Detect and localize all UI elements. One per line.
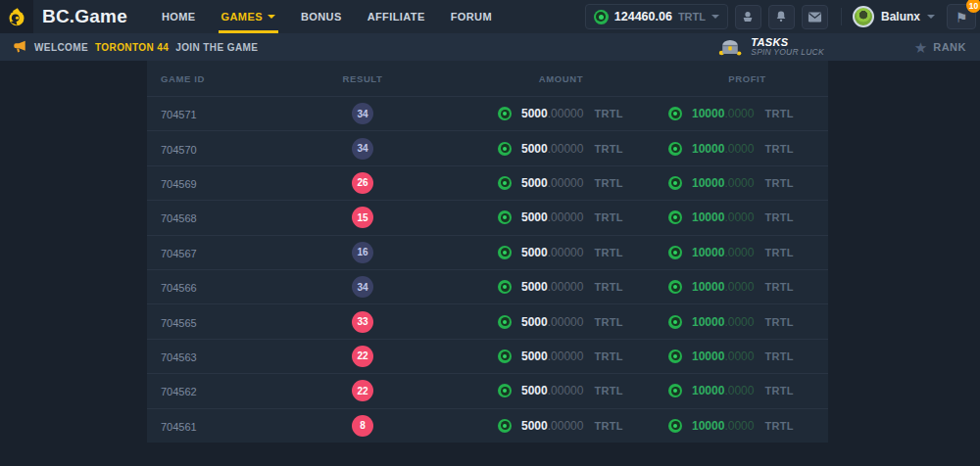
balance-currency: TRTL (678, 11, 706, 23)
table-row[interactable]: 704569 26 5000.00000 TRTL 10000.0000 TRT… (147, 165, 828, 200)
profit-currency: TRTL (764, 316, 793, 328)
profit-value: 10000.0000 (692, 280, 754, 294)
amount-cell: 5000.00000 TRTL (456, 176, 666, 190)
profit-value: 10000.0000 (692, 246, 754, 259)
tasks-button[interactable]: TASKS SPIN YOUR LUCK (717, 36, 823, 58)
nav-item-label: HOME (162, 11, 196, 23)
profit-cell: 10000.0000 TRTL (666, 246, 828, 259)
profit-cell: 10000.0000 TRTL (666, 350, 828, 363)
result-cell: 34 (270, 276, 456, 298)
announcement-right: TASKS SPIN YOUR LUCK ★ RANK (717, 36, 968, 58)
trtl-coin-icon (668, 176, 682, 190)
flag-icon: ⚑ (956, 10, 968, 25)
game-id: 704567 (147, 248, 197, 259)
result-badge: 22 (352, 380, 373, 401)
trtl-coin-icon (668, 246, 682, 259)
amount-cell: 5000.00000 TRTL (456, 107, 666, 120)
result-badge: 34 (352, 103, 373, 124)
trtl-coin-icon (498, 419, 512, 433)
column-header-result: RESULT (270, 73, 456, 84)
trtl-coin-icon (668, 210, 682, 224)
amount-value: 5000.00000 (521, 419, 583, 433)
table-row[interactable]: 704561 8 5000.00000 TRTL 10000.0000 TRTL (147, 408, 828, 443)
amount-currency: TRTL (594, 177, 622, 189)
bc-game-app: BC.Game HOMEGAMESBONUSAFFILIATEFORUM 124… (0, 0, 980, 466)
mail-icon (808, 11, 822, 23)
profit-value: 10000.0000 (692, 210, 754, 224)
welcome-message[interactable]: WELCOME TORONTON 44 JOIN THE GAME (12, 40, 258, 54)
game-id: 704562 (147, 386, 197, 397)
game-id-cell: 704568 (147, 209, 270, 226)
game-id-cell: 704570 (147, 140, 270, 158)
table-row[interactable]: 704566 34 5000.00000 TRTL 10000.0000 TRT… (147, 269, 828, 303)
table-row[interactable]: 704563 22 5000.00000 TRTL 10000.0000 TRT… (147, 339, 828, 373)
amount-currency: TRTL (594, 247, 622, 258)
table-row[interactable]: 704567 16 5000.00000 TRTL 10000.0000 TRT… (147, 235, 828, 269)
balance-selector[interactable]: 124460.06 TRTL (585, 4, 728, 29)
welcome-label: WELCOME (34, 42, 88, 53)
rank-button[interactable]: ★ RANK (914, 40, 968, 55)
cashier-icon (741, 10, 755, 23)
amount-value: 5000.00000 (521, 315, 583, 329)
amount-currency: TRTL (594, 350, 622, 362)
amount-currency: TRTL (594, 143, 622, 155)
amount-value: 5000.00000 (521, 210, 583, 224)
profit-value: 10000.0000 (692, 107, 754, 120)
nav-item-games[interactable]: GAMES (209, 0, 288, 33)
profit-currency: TRTL (764, 350, 793, 362)
nav-item-home[interactable]: HOME (149, 0, 209, 33)
table-row[interactable]: 704568 15 5000.00000 TRTL 10000.0000 TRT… (147, 200, 828, 234)
game-id-cell: 704567 (147, 244, 270, 261)
table-row[interactable]: 704565 33 5000.00000 TRTL 10000.0000 TRT… (147, 303, 828, 338)
table-header: GAME ID RESULT AMOUNT PROFIT (147, 61, 828, 96)
bets-table: GAME ID RESULT AMOUNT PROFIT 704571 34 5… (147, 61, 828, 443)
profit-value: 10000.0000 (692, 176, 754, 190)
chat-room-button[interactable]: ⚑ 10 (947, 4, 976, 29)
user-menu[interactable]: Balunx (853, 6, 935, 27)
profit-value: 10000.0000 (692, 315, 754, 329)
nav-item-forum[interactable]: FORUM (438, 0, 505, 33)
profit-currency: TRTL (764, 177, 793, 189)
result-cell: 22 (270, 346, 456, 367)
cashier-button[interactable] (735, 5, 761, 29)
profit-cell: 10000.0000 TRTL (666, 176, 828, 190)
result-badge: 34 (352, 276, 373, 298)
nav-item-bonus[interactable]: BONUS (288, 0, 355, 33)
amount-currency: TRTL (594, 108, 622, 119)
amount-cell: 5000.00000 TRTL (456, 384, 666, 397)
table-row[interactable]: 704571 34 5000.00000 TRTL 10000.0000 TRT… (147, 96, 828, 130)
game-id-cell: 704561 (147, 417, 270, 435)
profit-currency: TRTL (764, 420, 793, 432)
brand-logo[interactable]: BC.Game (0, 0, 127, 33)
amount-currency: TRTL (594, 211, 622, 223)
amount-cell: 5000.00000 TRTL (456, 419, 666, 433)
nav-item-label: AFFILIATE (368, 11, 425, 23)
game-id: 704569 (147, 178, 197, 190)
amount-cell: 5000.00000 TRTL (456, 142, 666, 156)
profit-currency: TRTL (764, 211, 793, 223)
trtl-coin-icon (668, 142, 682, 156)
nav-item-affiliate[interactable]: AFFILIATE (355, 0, 438, 33)
trtl-coin-icon (668, 315, 682, 329)
messages-button[interactable] (802, 5, 828, 29)
amount-value: 5000.00000 (521, 107, 583, 120)
amount-value: 5000.00000 (521, 350, 583, 363)
profit-value: 10000.0000 (692, 384, 754, 397)
profit-cell: 10000.0000 TRTL (666, 107, 828, 120)
profit-value: 10000.0000 (692, 142, 754, 156)
chevron-down-icon (268, 15, 275, 19)
table-row[interactable]: 704570 34 5000.00000 TRTL 10000.0000 TRT… (147, 130, 828, 164)
welcome-username: TORONTON 44 (95, 42, 169, 53)
amount-value: 5000.00000 (521, 176, 583, 190)
trtl-coin-icon (498, 280, 512, 294)
nav-item-label: FORUM (451, 11, 492, 23)
brand-name: BC.Game (42, 6, 127, 27)
result-badge: 8 (352, 415, 373, 437)
notifications-button[interactable] (768, 5, 795, 29)
nav-item-label: GAMES (221, 11, 263, 23)
table-row[interactable]: 704562 22 5000.00000 TRTL 10000.0000 TRT… (147, 373, 828, 407)
result-cell: 33 (270, 311, 456, 333)
amount-currency: TRTL (594, 420, 622, 432)
trtl-coin-icon (594, 10, 609, 24)
profit-cell: 10000.0000 TRTL (666, 419, 828, 433)
